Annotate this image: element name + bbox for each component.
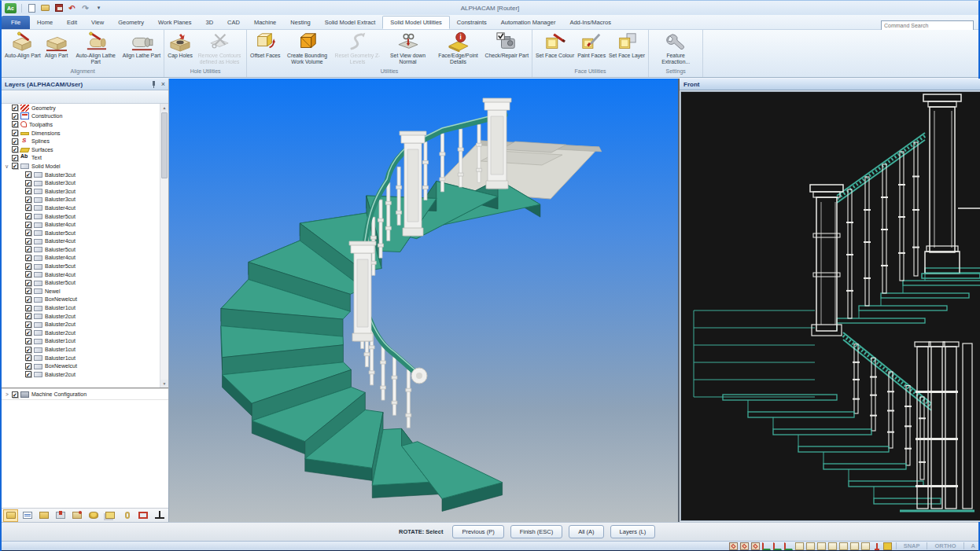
layer-checkbox[interactable]: ✔ bbox=[12, 138, 18, 145]
axes-icon[interactable] bbox=[762, 542, 771, 550]
zoom-window-icon[interactable] bbox=[751, 542, 760, 550]
layer-checkbox[interactable]: ✔ bbox=[25, 329, 31, 336]
generic-icon[interactable] bbox=[18, 92, 30, 102]
layer-checkbox[interactable]: ✔ bbox=[25, 230, 31, 236]
create-bounding-work-volume-button[interactable]: Create Bounding Work Volume bbox=[282, 31, 333, 65]
open-file-icon[interactable] bbox=[40, 3, 50, 13]
layer-checkbox[interactable]: ✔ bbox=[12, 113, 18, 119]
new-document-icon[interactable] bbox=[27, 3, 37, 13]
layer-row[interactable]: ✔ Baluster4cut bbox=[2, 220, 168, 229]
ribbon-tab[interactable]: View bbox=[84, 16, 111, 29]
panel-tab[interactable] bbox=[119, 509, 134, 522]
reset-geometry-z-levels-button[interactable]: Reset Geometry Z-Levels bbox=[333, 31, 383, 65]
panel-tab[interactable] bbox=[53, 509, 68, 522]
layer-checkbox[interactable]: ✔ bbox=[25, 222, 31, 228]
front-view-header[interactable]: Front bbox=[680, 79, 980, 90]
customize-quick-access-icon[interactable]: ▾ bbox=[94, 3, 104, 13]
iso-axes-icon[interactable] bbox=[773, 542, 782, 550]
layer-row[interactable]: ✔ Baluster3cut bbox=[2, 178, 168, 187]
generic-icon[interactable] bbox=[46, 92, 58, 102]
front-view-canvas[interactable] bbox=[680, 91, 980, 521]
expander-icon[interactable]: > bbox=[6, 391, 12, 397]
pan-view-icon[interactable] bbox=[729, 542, 738, 550]
ortho-toggle[interactable]: ORTHO bbox=[931, 542, 959, 549]
panel-tab[interactable] bbox=[152, 509, 167, 522]
set-face-colour-button[interactable]: Set Face Colour bbox=[534, 31, 576, 60]
layer-row[interactable]: ✔ Baluster1cut bbox=[2, 345, 168, 354]
layer-row[interactable]: ✔ Toolpaths bbox=[2, 120, 168, 129]
cube-top-icon[interactable] bbox=[839, 542, 848, 550]
z-down-icon[interactable] bbox=[784, 542, 793, 550]
panel-tab[interactable] bbox=[20, 509, 35, 522]
panel-tab[interactable] bbox=[36, 509, 51, 522]
layer-row[interactable]: ✔ Newel bbox=[2, 287, 168, 296]
layer-row[interactable]: ✔ Baluster5cut bbox=[2, 278, 168, 287]
cube-iso-icon[interactable] bbox=[795, 542, 804, 550]
layer-row[interactable]: ✔ Baluster3cut bbox=[2, 171, 168, 179]
cube-right-icon[interactable] bbox=[828, 542, 837, 550]
layer-checkbox[interactable]: ✔ bbox=[25, 363, 31, 369]
generic-icon[interactable] bbox=[32, 92, 44, 102]
paint-faces-button[interactable]: Paint Faces bbox=[576, 31, 607, 60]
expander-icon[interactable]: v bbox=[6, 163, 12, 169]
layer-checkbox[interactable]: ✔ bbox=[25, 288, 31, 294]
previous-button[interactable]: Previous (P) bbox=[452, 525, 503, 538]
layer-checkbox[interactable]: ✔ bbox=[25, 305, 31, 311]
ribbon-tab[interactable]: Work Planes bbox=[151, 16, 198, 29]
ribbon-tab[interactable]: 3D bbox=[199, 16, 221, 29]
scroll-up-icon[interactable]: ▲ bbox=[160, 104, 168, 112]
all-button[interactable]: All (A) bbox=[569, 525, 603, 538]
layer-row[interactable]: ✔ Baluster4cut bbox=[2, 270, 168, 279]
scroll-down-icon[interactable]: ▼ bbox=[160, 380, 168, 388]
set-view-down-normal-button[interactable]: Set View down Normal bbox=[383, 31, 433, 65]
layer-row[interactable]: ✔ Baluster2cut bbox=[2, 312, 168, 321]
tree-scrollbar[interactable]: ▲ ▼ bbox=[160, 104, 168, 388]
layer-row[interactable]: ✔ Baluster3cut bbox=[2, 187, 168, 196]
layer-checkbox[interactable]: ✔ bbox=[25, 271, 31, 277]
offset-faces-button[interactable]: Offset Faces bbox=[249, 31, 282, 60]
align-part-button[interactable]: Align Part bbox=[42, 31, 71, 60]
ribbon-tab[interactable]: Nesting bbox=[283, 16, 317, 29]
main-3d-viewport[interactable] bbox=[169, 79, 678, 522]
layer-row[interactable]: ✔ Baluster1cut bbox=[2, 303, 168, 312]
layer-row[interactable]: ✔ BoxNewelcut bbox=[2, 296, 168, 304]
ribbon-tab[interactable]: Automation Manager bbox=[494, 16, 563, 29]
layer-row[interactable]: ✔ Baluster5cut bbox=[2, 229, 168, 237]
face-edge-point-details-button[interactable]: i Face/Edge/Point Details bbox=[433, 31, 484, 65]
ribbon-tab[interactable]: Machine bbox=[247, 16, 283, 29]
cube-back-icon[interactable] bbox=[850, 542, 859, 550]
snap-toggle[interactable]: SNAP bbox=[901, 542, 923, 549]
align-lathe-part-button[interactable]: Align Lathe Part bbox=[121, 31, 162, 60]
staircase-front-wireframe[interactable] bbox=[681, 92, 980, 521]
layer-checkbox[interactable]: ✔ bbox=[25, 321, 31, 328]
cap-holes-button[interactable]: Cap Holes bbox=[166, 31, 194, 60]
layer-row[interactable]: ✔ Baluster1cut bbox=[2, 354, 168, 362]
cube-bottom-icon[interactable] bbox=[861, 542, 870, 550]
layer-row[interactable]: ✔ Dimensions bbox=[2, 129, 168, 138]
layer-checkbox[interactable]: ✔ bbox=[25, 338, 31, 344]
set-face-layer-button[interactable]: Set Face Layer bbox=[607, 31, 647, 60]
work-volume-icon[interactable] bbox=[883, 542, 892, 550]
machine-configuration-row[interactable]: > ✔ Machine Configuration bbox=[2, 388, 168, 399]
undo-icon[interactable]: ↶ bbox=[67, 3, 77, 13]
ribbon-tab[interactable]: Edit bbox=[60, 16, 84, 29]
layer-row[interactable]: ✔ Baluster5cut bbox=[2, 245, 168, 254]
layer-checkbox[interactable]: ✔ bbox=[25, 263, 31, 270]
layer-row[interactable]: v ✔ Solid Model bbox=[2, 162, 168, 171]
ribbon-tab[interactable]: File bbox=[2, 16, 30, 29]
panel-tab[interactable] bbox=[3, 509, 18, 522]
panel-tab[interactable] bbox=[135, 509, 150, 522]
check-repair-part-button[interactable]: Check/Repair Part bbox=[484, 31, 531, 60]
save-icon[interactable] bbox=[53, 3, 64, 13]
layer-row[interactable]: ✔ Baluster2cut bbox=[2, 329, 168, 337]
remove-contours-button[interactable]: Remove Contours defined as Holes bbox=[194, 31, 245, 65]
cube-left-icon[interactable] bbox=[817, 542, 826, 550]
layer-row[interactable]: ✔ BoxNewelcut bbox=[2, 362, 168, 370]
cube-front-icon[interactable] bbox=[806, 542, 815, 550]
layer-checkbox[interactable]: ✔ bbox=[25, 180, 31, 186]
layer-checkbox[interactable]: ✔ bbox=[12, 130, 18, 136]
layer-checkbox[interactable]: ✔ bbox=[25, 347, 31, 353]
layer-checkbox[interactable]: ✔ bbox=[12, 146, 18, 152]
auto-toggle[interactable]: A bbox=[968, 542, 978, 549]
layer-row[interactable]: ✔ Baluster2cut bbox=[2, 370, 168, 379]
